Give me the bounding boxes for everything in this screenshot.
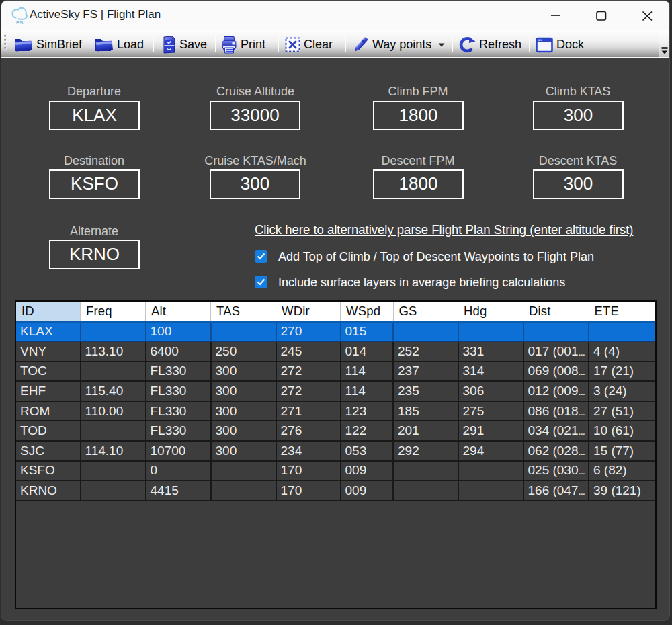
svg-text:FS: FS [16, 19, 24, 26]
